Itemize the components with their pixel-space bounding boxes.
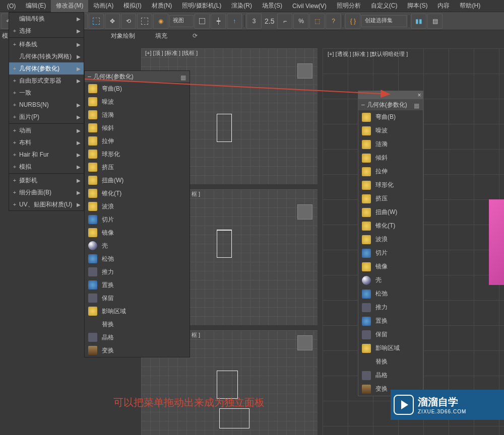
dropdown-item-17[interactable]: +细分曲面(B)▶ bbox=[9, 186, 84, 198]
tool-mirror[interactable]: ▮▮ bbox=[411, 14, 426, 29]
submenu-item-13[interactable]: 松弛 bbox=[85, 252, 190, 265]
dropdown-item-9[interactable]: +面片(P)▶ bbox=[9, 111, 84, 123]
dropdown-item-1[interactable]: +选择▶ bbox=[9, 25, 84, 37]
tearoff-item-14[interactable]: 推力 bbox=[358, 301, 423, 314]
pink-object[interactable] bbox=[489, 199, 504, 285]
tearoff-titlebar[interactable]: × bbox=[358, 91, 423, 99]
tearoff-item-8[interactable]: 锥化(T) bbox=[358, 219, 423, 233]
submenu-item-11[interactable]: 镜像 bbox=[85, 226, 190, 239]
dropdown-item-0[interactable]: 编辑/转换▶ bbox=[9, 13, 84, 25]
menubar-item-14[interactable]: 帮助(H) bbox=[455, 0, 485, 12]
tearoff-item-16[interactable]: 保留 bbox=[358, 328, 423, 341]
tool-a[interactable] bbox=[195, 14, 210, 29]
submenu-item-20[interactable]: 变换 bbox=[85, 344, 190, 357]
tearoff-item-10[interactable]: 切片 bbox=[358, 246, 423, 260]
submenu-item-6[interactable]: 挤压 bbox=[85, 161, 190, 174]
dropdown-item-7[interactable]: +一致 bbox=[9, 87, 84, 99]
tearoff-item-1[interactable]: 噪波 bbox=[358, 124, 423, 137]
submenu-item-16[interactable]: 保留 bbox=[85, 292, 190, 305]
dropdown-item-3[interactable]: +样条线▶ bbox=[9, 38, 84, 50]
tearoff-item-18[interactable]: 替换 bbox=[358, 355, 423, 369]
tearoff-item-5[interactable]: 球形化 bbox=[358, 178, 423, 192]
submenu-item-14[interactable]: 推力 bbox=[85, 265, 190, 278]
submenu-item-18[interactable]: 替换 bbox=[85, 318, 190, 331]
menubar-item-13[interactable]: 内容 bbox=[432, 0, 455, 12]
menubar-item-6[interactable]: 照明/摄影机(L) bbox=[177, 0, 226, 12]
dropdown-item-16[interactable]: +摄影机▶ bbox=[9, 174, 84, 186]
submenu-item-17[interactable]: 影响区域 bbox=[85, 305, 190, 318]
vp-persp-label[interactable]: [+] [透视 ] [标准 ] [默认明暗处理 ] bbox=[328, 50, 408, 58]
submenu-item-15[interactable]: 置换 bbox=[85, 278, 190, 292]
tool-b[interactable]: ┿ bbox=[211, 14, 226, 29]
selset-dropdown[interactable]: 创建选择集 bbox=[361, 15, 407, 27]
tearoff-item-13[interactable]: 松弛 bbox=[358, 287, 423, 301]
submenu-item-8[interactable]: 锥化(T) bbox=[85, 187, 190, 200]
menubar-item-3[interactable]: 动画(A) bbox=[88, 0, 118, 12]
submenu-item-10[interactable]: 切片 bbox=[85, 213, 190, 226]
tool-angle[interactable]: ⌐ bbox=[277, 14, 292, 29]
tearoff-item-17[interactable]: 影响区域 bbox=[358, 341, 423, 355]
close-icon[interactable]: × bbox=[416, 92, 423, 99]
tearoff-item-2[interactable]: 涟漪 bbox=[358, 137, 423, 151]
submenu-item-3[interactable]: 倾斜 bbox=[85, 121, 190, 134]
menubar-item-11[interactable]: 自定义(C) bbox=[366, 0, 403, 12]
vp-bot-label[interactable]: 框 ] bbox=[192, 331, 200, 339]
tool-move[interactable]: ✥ bbox=[105, 14, 120, 29]
dropdown-item-11[interactable]: +动画▶ bbox=[9, 124, 84, 136]
tearoff-item-12[interactable]: 壳 bbox=[358, 273, 423, 287]
tearoff-item-6[interactable]: 挤压 bbox=[358, 192, 423, 205]
sec-item-1[interactable]: 对象绘制 bbox=[101, 31, 145, 41]
tool-scale[interactable] bbox=[137, 14, 152, 29]
tool-f[interactable]: ? bbox=[326, 14, 341, 29]
menubar-item-5[interactable]: 材质(N) bbox=[147, 0, 177, 12]
dropdown-item-8[interactable]: +NURBS(N)▶ bbox=[9, 99, 84, 111]
tool-g[interactable]: ▤ bbox=[427, 14, 443, 29]
tool-rotate[interactable]: ⟲ bbox=[121, 14, 136, 29]
menubar-item-10[interactable]: 照明分析 bbox=[332, 0, 366, 12]
tool-c[interactable]: ↑ bbox=[227, 14, 242, 29]
dropdown-item-5[interactable]: +几何体(参数化)▶ bbox=[9, 62, 84, 75]
tearoff-title[interactable]: – 几何体(参数化) ▦ bbox=[358, 99, 423, 110]
sec-item-2[interactable]: 填充 bbox=[145, 31, 177, 41]
submenu-item-5[interactable]: 球形化 bbox=[85, 148, 190, 161]
tearoff-item-7[interactable]: 扭曲(W) bbox=[358, 205, 423, 219]
dropdown-item-4[interactable]: 几何体(转换为网格)▶ bbox=[9, 50, 84, 62]
submenu-item-9[interactable]: 波浪 bbox=[85, 200, 190, 213]
view-dropdown[interactable]: 视图 bbox=[169, 15, 194, 27]
submenu-item-2[interactable]: 涟漪 bbox=[85, 108, 190, 121]
menubar-item-1[interactable]: 编辑(E) bbox=[21, 0, 51, 12]
menubar-item-9[interactable]: Civil View(V) bbox=[287, 1, 332, 12]
tool-brace[interactable]: { } bbox=[345, 14, 360, 29]
dropdown-item-18[interactable]: +UV、贴图和材质(U)▶ bbox=[9, 198, 84, 210]
menubar-item-2[interactable]: 修改器(M) bbox=[51, 0, 88, 12]
submenu-title[interactable]: – 几何体(参数化) ▦ bbox=[85, 71, 190, 82]
dropdown-item-6[interactable]: +自由形式变形器▶ bbox=[9, 75, 84, 87]
menubar-item-0[interactable]: (O) bbox=[2, 1, 21, 12]
dropdown-item-14[interactable]: +模拟▶ bbox=[9, 161, 84, 173]
grid-icon[interactable]: ▦ bbox=[414, 102, 420, 107]
submenu-item-4[interactable]: 拉伸 bbox=[85, 134, 190, 148]
grid-icon[interactable]: ▦ bbox=[180, 74, 186, 79]
tool-e[interactable]: ⬚ bbox=[309, 14, 325, 29]
submenu-item-0[interactable]: 弯曲(B) bbox=[85, 82, 190, 95]
menubar-item-4[interactable]: 模拟(I) bbox=[118, 0, 146, 12]
submenu-item-1[interactable]: 噪波 bbox=[85, 95, 190, 108]
tool-snap1[interactable]: 3 bbox=[246, 14, 262, 29]
tearoff-item-3[interactable]: 倾斜 bbox=[358, 151, 423, 165]
menubar-item-8[interactable]: 场景(S) bbox=[257, 0, 287, 12]
tearoff-item-19[interactable]: 晶格 bbox=[358, 369, 423, 382]
tearoff-item-0[interactable]: 弯曲(B) bbox=[358, 110, 423, 124]
tearoff-item-11[interactable]: 镜像 bbox=[358, 260, 423, 273]
refresh-icon[interactable]: ⟳ bbox=[193, 32, 198, 39]
tearoff-item-9[interactable]: 波浪 bbox=[358, 233, 423, 246]
menubar-item-12[interactable]: 脚本(S) bbox=[402, 0, 432, 12]
tearoff-item-4[interactable]: 拉伸 bbox=[358, 165, 423, 178]
submenu-item-12[interactable]: 壳 bbox=[85, 239, 190, 252]
menubar-item-7[interactable]: 渲染(R) bbox=[226, 0, 257, 12]
vp-mid-label[interactable]: 框 ] bbox=[192, 190, 200, 198]
submenu-item-7[interactable]: 扭曲(W) bbox=[85, 174, 190, 187]
tool-link[interactable]: ◉ bbox=[153, 14, 168, 29]
dropdown-item-13[interactable]: +Hair 和 Fur▶ bbox=[9, 149, 84, 161]
tool-marquee2[interactable] bbox=[89, 14, 104, 29]
vp-top-label[interactable]: [+] [顶 ] [标准 ] [线框 ] bbox=[145, 49, 198, 57]
